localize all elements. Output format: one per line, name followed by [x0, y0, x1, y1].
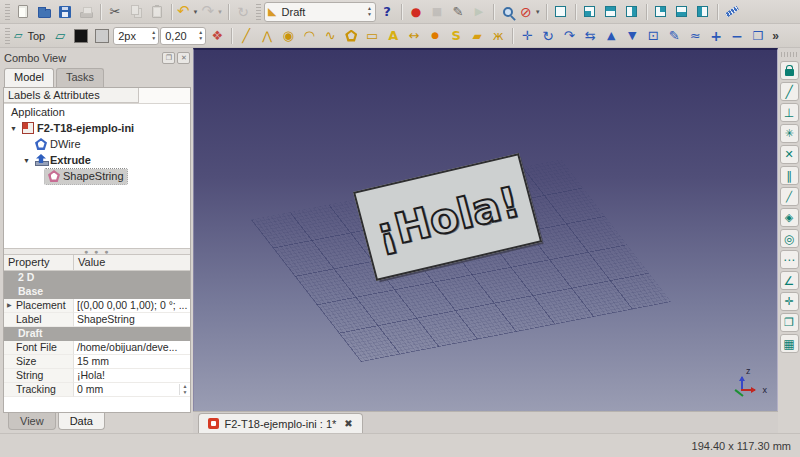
draft-text-icon[interactable]: A: [383, 26, 403, 46]
tree-item-f2-t18-ejemplo-ini[interactable]: ▼F2-T18-ejemplo-ini: [4, 120, 190, 136]
snap-intersection-icon[interactable]: ✕: [780, 145, 799, 164]
measure-distance-icon[interactable]: [722, 2, 742, 22]
trim-icon[interactable]: ⇆: [580, 26, 600, 46]
rear-view-icon[interactable]: [651, 2, 671, 22]
select-plane-icon[interactable]: ▱: [50, 26, 70, 46]
property-value[interactable]: ¡Hola!: [74, 369, 190, 383]
tree-item-extrude[interactable]: ▼Extrude: [4, 152, 190, 168]
snap-parallel-icon[interactable]: ∥: [780, 166, 799, 185]
snap-special-icon[interactable]: ✳: [780, 124, 799, 143]
snap-working-plane-icon[interactable]: ❐: [780, 313, 799, 332]
panel-splitter[interactable]: ● ● ●: [4, 248, 190, 255]
undo-icon[interactable]: ↶▼: [176, 2, 200, 22]
open-document-icon[interactable]: [34, 2, 54, 22]
rotate-icon[interactable]: ↻: [538, 26, 558, 46]
snap-dimensions-icon[interactable]: ✛: [780, 292, 799, 311]
whats-this-icon[interactable]: ?: [377, 2, 397, 22]
redo-icon[interactable]: ↷▼: [201, 2, 225, 22]
draft-bspline-icon[interactable]: ∿: [320, 26, 340, 46]
shape-2d-view-icon[interactable]: ❒: [748, 26, 768, 46]
expander-icon[interactable]: ▼: [8, 125, 19, 132]
draft-shapestring-icon[interactable]: S: [446, 26, 466, 46]
column-header-property[interactable]: Property: [4, 255, 74, 270]
snap-lock-icon[interactable]: [780, 61, 799, 80]
close-panel-icon[interactable]: ✕: [177, 52, 190, 64]
property-row-string[interactable]: String¡Hola!: [4, 369, 190, 383]
toggle-grid-icon[interactable]: ▦: [780, 334, 799, 353]
property-row-tracking[interactable]: Tracking0 mm▲▼: [4, 383, 190, 397]
property-value[interactable]: [(0,00 0,00 1,00); 0 °; ...: [74, 299, 190, 313]
tab-data[interactable]: Data: [58, 413, 105, 430]
front-view-icon[interactable]: [580, 2, 600, 22]
axonometric-view-icon[interactable]: [551, 2, 571, 22]
move-icon[interactable]: ✛: [517, 26, 537, 46]
toolbar-grip[interactable]: [5, 28, 10, 44]
draw-style-icon[interactable]: ⊘▼: [519, 2, 542, 22]
tree-column-header[interactable]: Labels & Attributes: [3, 87, 139, 103]
working-plane-button[interactable]: ▱Top: [13, 26, 49, 46]
delete-point-icon[interactable]: −: [727, 26, 747, 46]
face-color-swatch[interactable]: [92, 26, 112, 46]
copy-icon[interactable]: [126, 2, 146, 22]
document-tab[interactable]: F2-T18-ejemplo-ini : 1* ✖: [198, 413, 362, 433]
line-color-swatch[interactable]: [71, 26, 91, 46]
snap-center-icon[interactable]: ◈: [780, 208, 799, 227]
line-width-spin[interactable]: 2px▲▼: [113, 27, 159, 45]
column-header-value[interactable]: Value: [74, 255, 109, 270]
tree-item-shapestring[interactable]: ShapeString: [4, 168, 190, 184]
draft-wire-icon[interactable]: ⋀: [257, 26, 277, 46]
cut-icon[interactable]: ✂: [105, 2, 125, 22]
bottom-view-icon[interactable]: [672, 2, 692, 22]
tree-item-dwire[interactable]: DWire: [4, 136, 190, 152]
close-document-icon[interactable]: ✖: [344, 418, 352, 429]
draft-rectangle-icon[interactable]: ▭: [362, 26, 382, 46]
draft-polygon-icon[interactable]: [341, 26, 361, 46]
grip[interactable]: [256, 4, 261, 20]
value-spinner[interactable]: ▲▼: [179, 384, 187, 395]
draft-arc-icon[interactable]: ◠: [299, 26, 319, 46]
tree-item-application[interactable]: Application: [4, 104, 190, 120]
workbench-selector[interactable]: ◣Draft▲▼: [264, 2, 376, 22]
toolbar-grip[interactable]: [781, 52, 797, 57]
draft-edit-icon[interactable]: ✎: [664, 26, 684, 46]
property-row-size[interactable]: Size15 mm: [4, 355, 190, 369]
expander-icon[interactable]: ▶: [7, 299, 16, 312]
scale-icon[interactable]: ⊡: [643, 26, 663, 46]
downgrade-icon[interactable]: ▼: [622, 26, 642, 46]
tab-tasks[interactable]: Tasks: [56, 68, 104, 87]
snap-extension-icon[interactable]: ╱: [780, 187, 799, 206]
save-document-icon[interactable]: [55, 2, 75, 22]
float-panel-icon[interactable]: ❐: [162, 52, 175, 64]
fit-all-icon[interactable]: [498, 2, 518, 22]
tab-model[interactable]: Model: [4, 68, 54, 87]
macro-edit-icon[interactable]: ✎: [448, 2, 468, 22]
right-view-icon[interactable]: [622, 2, 642, 22]
property-value[interactable]: /home/obijuan/deve...: [74, 341, 190, 355]
snap-endpoint-icon[interactable]: ╱: [780, 82, 799, 101]
tab-view[interactable]: View: [8, 413, 56, 430]
scale-spin[interactable]: 0,20▲▼: [160, 27, 206, 45]
new-document-icon[interactable]: [13, 2, 33, 22]
draft-bezier-icon[interactable]: ж: [488, 26, 508, 46]
refresh-icon[interactable]: ↻: [233, 2, 253, 22]
toolbar-overflow[interactable]: »: [772, 29, 779, 43]
draft-dimension-icon[interactable]: ↔: [404, 26, 424, 46]
draft-circle-icon[interactable]: ◉: [278, 26, 298, 46]
property-row-font-file[interactable]: Font File/home/obijuan/deve...: [4, 341, 190, 355]
add-point-icon[interactable]: +: [706, 26, 726, 46]
property-value[interactable]: ShapeString: [74, 313, 190, 327]
left-view-icon[interactable]: [693, 2, 713, 22]
snap-concentric-icon[interactable]: ◎: [780, 229, 799, 248]
draft-line-icon[interactable]: ╱: [236, 26, 256, 46]
property-value[interactable]: 0 mm▲▼: [74, 383, 190, 397]
property-row-label[interactable]: LabelShapeString: [4, 313, 190, 327]
property-row-placement[interactable]: ▶Placement[(0,00 0,00 1,00); 0 °; ...: [4, 299, 190, 313]
snap-ortho-icon[interactable]: ⋯: [780, 250, 799, 269]
paste-icon[interactable]: [147, 2, 167, 22]
3d-viewport[interactable]: ¡Hola! z x: [193, 48, 778, 411]
wire-to-bspline-icon[interactable]: ≈: [685, 26, 705, 46]
expander-icon[interactable]: ▼: [21, 157, 32, 164]
macro-record-icon[interactable]: ●: [406, 2, 426, 22]
property-value[interactable]: 15 mm: [74, 355, 190, 369]
top-view-icon[interactable]: [601, 2, 621, 22]
